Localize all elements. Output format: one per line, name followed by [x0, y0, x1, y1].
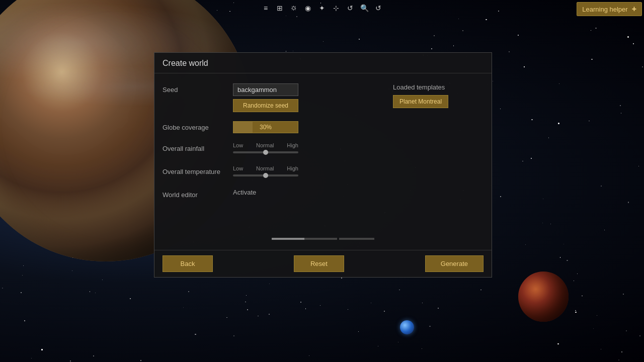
dialog-left-column: Seed Randomize seed Globe coverage 30%: [163, 83, 383, 208]
progress-bar: [272, 238, 337, 240]
seed-label: Seed: [163, 83, 233, 94]
reset-button[interactable]: Reset: [294, 255, 344, 272]
rainfall-track[interactable]: [233, 151, 298, 153]
toolbar-icon-settings[interactable]: ⛭: [288, 2, 300, 14]
dialog-footer: Back Reset Generate: [154, 250, 492, 277]
rainfall-row: Overall rainfall Low Normal High: [163, 142, 383, 156]
globe-coverage-control: 30%: [233, 121, 383, 133]
toolbar-icon-cycle[interactable]: ↺: [372, 2, 384, 14]
seed-row: Seed Randomize seed: [163, 83, 383, 112]
toolbar-icon-search[interactable]: 🔍: [358, 2, 370, 14]
blue-orb: [400, 320, 414, 334]
rainfall-labels: Low Normal High: [233, 142, 298, 148]
toolbar-icons: ≡ ⊞ ⛭ ◉ ✦ ⊹ ↺ 🔍 ↺: [260, 2, 384, 14]
loaded-templates-label: Loaded templates: [393, 83, 484, 91]
temperature-low: Low: [233, 165, 243, 171]
temperature-slider-container: Low Normal High: [233, 165, 298, 176]
temperature-label: Overall temperature: [163, 165, 233, 175]
toolbar-icon-grid[interactable]: ⊞: [274, 2, 286, 14]
toolbar-icon-globe[interactable]: ◉: [302, 2, 314, 14]
learning-helper-label: Learning helper: [582, 6, 627, 13]
create-world-dialog: Create world Seed Randomize seed Globe c…: [154, 52, 492, 278]
toolbar: ≡ ⊞ ⛭ ◉ ✦ ⊹ ↺ 🔍 ↺: [0, 0, 644, 16]
coverage-text: 30%: [260, 124, 272, 131]
temperature-control: Low Normal High: [233, 165, 383, 179]
toolbar-icon-sparkle[interactable]: ⊹: [330, 2, 342, 14]
rainfall-normal: Normal: [256, 142, 274, 148]
rainfall-thumb[interactable]: [263, 150, 268, 155]
seed-control: Randomize seed: [233, 83, 383, 112]
temperature-track[interactable]: [233, 174, 298, 176]
randomize-seed-button[interactable]: Randomize seed: [233, 99, 298, 112]
temperature-labels: Low Normal High: [233, 165, 298, 171]
globe-coverage-bar[interactable]: 30%: [233, 121, 298, 133]
rainfall-control: Low Normal High: [233, 142, 383, 156]
rainfall-slider-container: Low Normal High: [233, 142, 298, 153]
temperature-thumb[interactable]: [263, 173, 268, 178]
rainfall-label: Overall rainfall: [163, 142, 233, 152]
coverage-fill: [233, 122, 253, 133]
toolbar-icon-gear[interactable]: ✦: [316, 2, 328, 14]
dialog-title: Create world: [154, 53, 492, 73]
dialog-right-column: Loaded templates Planet Montreal: [393, 83, 484, 208]
toolbar-icon-refresh[interactable]: ↺: [344, 2, 356, 14]
temperature-row: Overall temperature Low Normal High: [163, 165, 383, 179]
toolbar-icon-menu[interactable]: ≡: [260, 2, 272, 14]
generate-button[interactable]: Generate: [425, 255, 484, 272]
rainfall-low: Low: [233, 142, 243, 148]
temperature-high: High: [287, 165, 298, 171]
dialog-body: Seed Randomize seed Globe coverage 30%: [154, 73, 492, 218]
template-planet-montreal[interactable]: Planet Montreal: [393, 95, 448, 108]
temperature-normal: Normal: [256, 165, 274, 171]
globe-coverage-label: Globe coverage: [163, 121, 233, 131]
seed-input[interactable]: [233, 83, 298, 96]
rainfall-high: High: [287, 142, 298, 148]
world-editor-control: Activate: [233, 189, 383, 196]
progress-bar-2: [339, 238, 374, 240]
learning-helper-button[interactable]: Learning helper +: [577, 2, 642, 16]
planet-small: [518, 272, 569, 322]
world-editor-label: World editor: [163, 189, 233, 199]
globe-coverage-row: Globe coverage 30%: [163, 121, 383, 133]
world-editor-activate[interactable]: Activate: [233, 189, 256, 196]
back-button[interactable]: Back: [163, 255, 213, 272]
progress-area: [154, 218, 492, 250]
learning-helper-plus: +: [632, 5, 636, 14]
world-editor-row: World editor Activate: [163, 189, 383, 199]
progress-bar-fill: [272, 238, 304, 240]
